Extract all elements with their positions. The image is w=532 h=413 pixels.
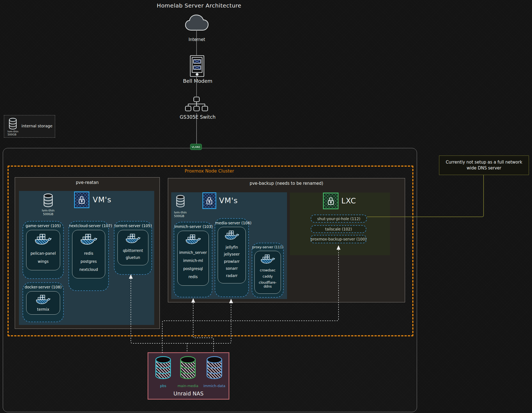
service-label: postgresql xyxy=(178,266,208,271)
service-label: crowdsec xyxy=(255,268,280,272)
service-label: redis xyxy=(73,251,104,256)
disk-label-immich-data: immich-data xyxy=(202,384,226,388)
reatan-storage-meta: lvm-thin 500GB xyxy=(36,209,61,216)
docker-whale-icon xyxy=(125,232,141,245)
internal-storage-box: internal storage lvm-thin 500GB xyxy=(4,115,55,138)
service-label: immich-ml xyxy=(178,258,208,263)
vm-lock-icon xyxy=(202,192,216,209)
vm-card: jellyfin jellyseer prowlarr sonarr radar… xyxy=(218,227,246,283)
vm-card: qbittorrent gluetun xyxy=(117,230,148,265)
vm-card: immich_server immich-ml postgresql redis xyxy=(177,231,209,286)
gs305e-switch-label: GS305E Switch xyxy=(171,114,224,120)
padlock-icon xyxy=(327,197,335,205)
disk-cylinder-immich-data xyxy=(205,355,224,381)
service-label: immich_server xyxy=(178,250,208,255)
unraid-nas-title: Unraid NAS xyxy=(148,390,229,397)
node-pve-reatan-title: pve-reatan xyxy=(15,180,160,185)
database-icon xyxy=(8,118,18,130)
service-label: pelican-panel xyxy=(27,251,59,256)
service-label: qbittorrent xyxy=(118,248,148,253)
disk-label-main-media: main-media xyxy=(176,384,200,388)
service-label: caddy xyxy=(255,274,280,278)
vm-title: docker-server (108) xyxy=(23,285,63,289)
lxc-pill-shut-your-pi-hole: shut-your-pi-hole (112) xyxy=(311,215,367,223)
internet-cloud-icon xyxy=(180,13,213,32)
service-label: termix xyxy=(27,307,59,312)
vm-title: immich-server (103) xyxy=(174,224,212,229)
vm-title: media-server (106) xyxy=(215,221,248,225)
service-label: wings xyxy=(27,259,59,264)
lxc-pill-proxmox-backup-server: proxmox-backup-server (100) xyxy=(310,235,367,243)
vm-box-immich-server: immich-server (103) immich_server immich… xyxy=(174,222,212,297)
internal-storage-label: internal storage xyxy=(21,124,55,128)
lxc-pill-tailscale: tailscale (102) xyxy=(311,225,366,233)
docker-whale-icon xyxy=(34,232,52,246)
service-label: prowlarr xyxy=(219,259,245,264)
proxmox-cluster-label: Proxmox Node Cluster xyxy=(8,168,411,174)
gs305e-switch-icon xyxy=(185,96,209,113)
vm-title: torrent-server (105) xyxy=(114,223,151,228)
service-label: gluetun xyxy=(118,255,148,260)
service-label: postgres xyxy=(73,259,104,264)
pve-reatan-vm-panel: lvm-thin 500GB VM's game-server (105) pe… xyxy=(19,191,154,325)
vm-title: nextcloud-server (107) xyxy=(69,223,108,228)
node-pve-reatan: pve-reatan lvm-thin 500GB VM's game-serv… xyxy=(15,177,160,329)
database-icon xyxy=(175,195,185,208)
docker-whale-icon xyxy=(224,229,240,241)
storage-type: lvm-thin xyxy=(174,211,199,214)
vm-box-game-server: game-server (105) pelican-panel wings xyxy=(23,221,64,279)
internet-label: Internet xyxy=(180,37,213,42)
vm-card: termix xyxy=(26,291,60,315)
vm-lock-icon xyxy=(74,191,89,208)
unraid-nas-box: pbs main-media immich-data Unraid NAS xyxy=(148,352,229,400)
padlock-icon xyxy=(206,196,213,205)
storage-size: 500GB xyxy=(8,133,18,136)
disk-cylinder-pbs xyxy=(154,355,172,381)
storage-size: 500GB xyxy=(36,212,61,216)
vlan1-badge: VLAN1 xyxy=(190,144,202,150)
disk-label-pbs: pbs xyxy=(151,384,175,388)
node-pve-backup: pve-backup (needs to be renamed) lvm-thi… xyxy=(168,178,405,302)
vm-card: pelican-panel wings xyxy=(26,230,60,270)
internal-storage-meta: lvm-thin 500GB xyxy=(8,130,18,136)
bell-modem-label: Bell Modem xyxy=(171,78,224,84)
diagram-title: Homelab Server Architecture xyxy=(129,2,269,9)
padlock-icon xyxy=(78,196,85,204)
pve-backup-lxc-panel: LXC shut-your-pi-hole (112) tailscale (1… xyxy=(290,193,390,255)
backup-storage-meta: lvm-thin 500GB xyxy=(174,211,199,218)
vm-box-proxy-server: proxy-server (111) crowdsec caddy cloudf… xyxy=(252,243,284,298)
vm-card: crowdsec caddy cloudflare-ddns xyxy=(254,251,281,294)
service-label: jellyseer xyxy=(219,252,245,256)
vm-box-torrent-server: torrent-server (105) qbittorrent gluetun xyxy=(114,221,152,275)
vm-section-label: VM's xyxy=(219,196,238,205)
docker-whale-icon xyxy=(260,253,276,265)
docker-whale-icon xyxy=(80,232,98,246)
pve-backup-vm-panel: lvm-thin 500GB VM's immich-server (103) … xyxy=(171,192,287,299)
docker-whale-icon xyxy=(35,294,51,305)
vm-box-nextcloud-server: nextcloud-server (107) redis postgres ne… xyxy=(68,221,109,291)
node-pve-backup-title: pve-backup (needs to be renamed) xyxy=(168,181,405,186)
vm-title: game-server (105) xyxy=(23,223,63,228)
service-label: jellyfin xyxy=(219,245,245,249)
vm-box-media-server: media-server (106) jellyfin jellyseer pr… xyxy=(215,218,249,297)
vm-title: proxy-server (111) xyxy=(252,245,283,249)
service-label: cloudflare-ddns xyxy=(255,281,280,288)
vm-box-docker-server: docker-server (108) termix xyxy=(23,282,64,322)
service-label: nextcloud xyxy=(73,267,104,272)
storage-type: lvm-thin xyxy=(36,209,61,212)
lxc-section-label: LXC xyxy=(341,196,356,205)
service-label: radarr xyxy=(219,273,245,278)
docker-whale-icon xyxy=(185,233,202,246)
vm-card: redis postgres nextcloud xyxy=(72,230,105,278)
dns-note-box: Currently not setup as a full network wi… xyxy=(439,156,529,175)
vm-section-label: VM's xyxy=(93,195,111,204)
bell-modem-icon xyxy=(190,55,204,77)
storage-size: 500GB xyxy=(174,214,199,218)
dns-note-text: Currently not setup as a full network wi… xyxy=(444,159,524,171)
service-label: redis xyxy=(178,274,208,279)
service-label: sonarr xyxy=(219,266,245,271)
lxc-lock-icon xyxy=(323,193,339,209)
diagram-canvas: Homelab Server Architecture Internet Bel… xyxy=(0,0,532,413)
storage-type: lvm-thin xyxy=(8,130,18,133)
database-icon xyxy=(43,193,54,208)
